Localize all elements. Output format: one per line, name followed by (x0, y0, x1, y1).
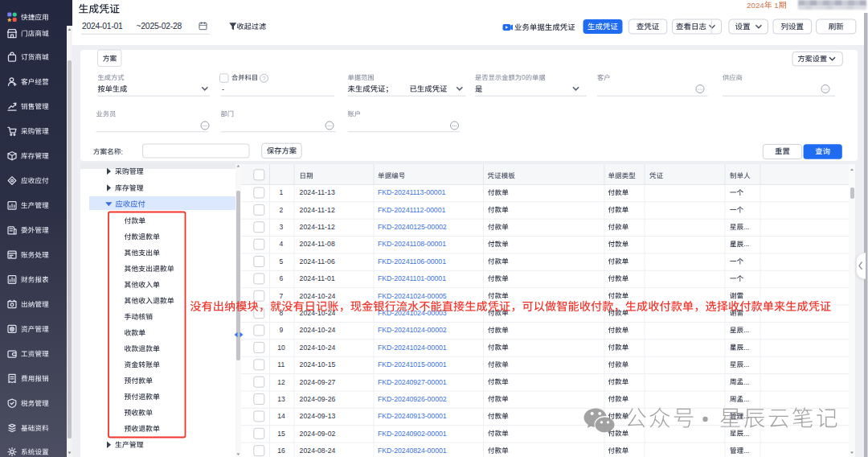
svg-text:FKD-20241101-00001: FKD-20241101-00001 (378, 274, 446, 282)
svg-text:2024-11-06: 2024-11-06 (300, 257, 335, 266)
svg-text:FKD-20240125-00002: FKD-20240125-00002 (378, 223, 447, 231)
svg-text:FKD-20240926-00002: FKD-20240926-00002 (378, 395, 447, 403)
svg-text:11: 11 (277, 360, 285, 368)
svg-text:2024-09-27: 2024-09-27 (300, 378, 336, 386)
svg-text:2024-10-24: 2024-10-24 (300, 326, 336, 334)
svg-text:FKD-20240913-00001: FKD-20240913-00001 (378, 412, 447, 420)
svg-text:FKD-20240824-00001: FKD-20240824-00001 (378, 447, 447, 455)
svg-text:2: 2 (280, 206, 284, 214)
svg-text:4: 4 (280, 240, 284, 248)
svg-text:FKD-20241024-00003: FKD-20241024-00003 (378, 309, 447, 317)
svg-text:12: 12 (277, 378, 285, 386)
svg-text:7: 7 (280, 292, 284, 300)
svg-text:2024: 2024 (747, 1, 764, 10)
svg-text:FKD-20241112-00001: FKD-20241112-00001 (378, 206, 445, 214)
svg-text:1: 1 (774, 1, 778, 10)
svg-text:~2025-02-28: ~2025-02-28 (137, 22, 182, 31)
svg-text:6: 6 (280, 274, 284, 282)
svg-text:2024-11-12: 2024-11-12 (300, 223, 335, 231)
svg-text:10: 10 (277, 344, 285, 352)
svg-text:FKD-20241024-00005: FKD-20241024-00005 (378, 292, 447, 300)
svg-text:?: ? (262, 75, 266, 82)
svg-text:14: 14 (277, 412, 285, 420)
svg-text:5: 5 (280, 257, 284, 266)
svg-text:2024-09-13: 2024-09-13 (300, 412, 336, 420)
svg-text:2024-11-08: 2024-11-08 (300, 240, 335, 248)
svg-text:3: 3 (280, 223, 284, 231)
svg-text:2024-11-13: 2024-11-13 (300, 188, 335, 196)
svg-text:FKD-20241113-00001: FKD-20241113-00001 (378, 188, 445, 196)
svg-text:2024-11-01: 2024-11-01 (300, 274, 335, 282)
svg-text:2024-10-24: 2024-10-24 (300, 344, 336, 352)
svg-text:...: ... (743, 412, 749, 420)
svg-text:...: ... (743, 378, 749, 386)
svg-text:-: - (222, 85, 224, 93)
svg-text:...: ... (743, 430, 749, 438)
svg-text:2024-10-24: 2024-10-24 (300, 292, 336, 300)
svg-text:FKD-20241024-00002: FKD-20241024-00002 (378, 326, 447, 334)
svg-text:2024-10-15: 2024-10-15 (300, 360, 336, 368)
svg-text:...: ... (743, 360, 749, 368)
svg-text:16: 16 (277, 447, 285, 455)
svg-text:2024-09-26: 2024-09-26 (300, 395, 336, 403)
svg-text::: : (121, 148, 124, 156)
svg-text:2024-11-12: 2024-11-12 (300, 206, 335, 214)
svg-text:2024-01-01: 2024-01-01 (82, 22, 123, 31)
svg-text:9: 9 (280, 326, 284, 334)
svg-text:FKD-20241108-00001: FKD-20241108-00001 (378, 240, 446, 248)
svg-text:FKD-20241024-00001: FKD-20241024-00001 (378, 344, 447, 352)
svg-text:1: 1 (280, 188, 284, 196)
svg-text:FKD-20240902-00001: FKD-20240902-00001 (378, 430, 447, 438)
svg-text:...: ... (743, 326, 749, 334)
svg-text:2024-08-24: 2024-08-24 (300, 447, 336, 455)
svg-text:15: 15 (277, 430, 285, 438)
svg-text:13: 13 (277, 395, 285, 403)
svg-text:0: 0 (522, 74, 526, 81)
svg-text:...: ... (743, 395, 749, 403)
svg-text:...: ... (743, 447, 749, 455)
svg-text:...: ... (743, 344, 749, 352)
svg-text:...: ... (743, 240, 749, 248)
svg-text:FKD-20240927-00001: FKD-20240927-00001 (378, 378, 447, 386)
svg-text:...: ... (743, 223, 749, 231)
svg-text:FKD-20241015-00001: FKD-20241015-00001 (378, 360, 447, 368)
svg-text:FKD-20241106-00001: FKD-20241106-00001 (378, 257, 446, 266)
svg-text:2024-10-24: 2024-10-24 (300, 309, 336, 317)
svg-text:2024-09-02: 2024-09-02 (300, 430, 336, 438)
